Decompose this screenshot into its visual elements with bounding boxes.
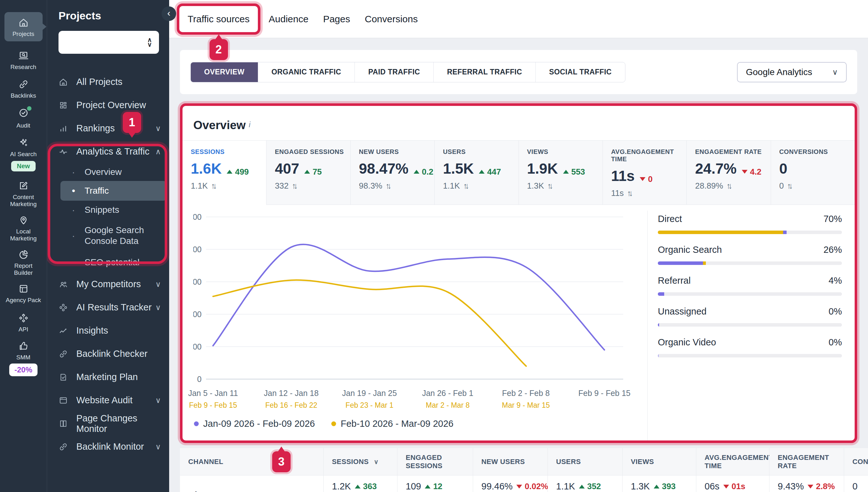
rail-item-ai-search[interactable]: AI Search New bbox=[4, 138, 43, 171]
sidebar-item-seo-potential[interactable]: · SEO potential bbox=[47, 252, 169, 273]
sidebar-item-rankings[interactable]: Rankings ∨ bbox=[47, 117, 169, 140]
rail-item-audit[interactable]: Audit bbox=[4, 107, 43, 129]
sidebar-item-marketing-plan[interactable]: Marketing Plan bbox=[47, 365, 169, 389]
subtab-social-traffic[interactable]: SOCIAL TRAFFIC bbox=[535, 62, 625, 82]
cell-sessions: 1.2K363 793↑↓ bbox=[324, 475, 398, 492]
metric-new-users[interactable]: NEW USERS 98.47% 0.2 98.3%↑↓ bbox=[351, 141, 435, 205]
column-header-engaged-sessions[interactable]: ENGAGED SESSIONS bbox=[398, 448, 473, 475]
trend-triangle-icon bbox=[479, 170, 485, 174]
metric-conversions[interactable]: CONVERSIONS 0 0↑↓ bbox=[771, 141, 854, 205]
chevron-down-icon: ∨ bbox=[155, 124, 161, 133]
chart-legend: Jan-09 2026 - Feb-09 2026 Feb-10 2026 - … bbox=[194, 419, 638, 429]
trend-triangle-icon bbox=[563, 170, 569, 174]
bullet-icon: · bbox=[72, 167, 84, 177]
metric-engagement-rate[interactable]: ENGAGEMENT RATE 24.7% 4.2 28.89%↑↓ bbox=[687, 141, 771, 205]
rail-item-projects[interactable]: Projects bbox=[4, 12, 43, 41]
rail-item-report-builder[interactable]: Report Builder bbox=[4, 249, 43, 276]
table-row-direct-channel[interactable]: Direct bbox=[180, 475, 324, 492]
project-selector[interactable]: ∧∨ bbox=[58, 31, 159, 54]
main-content: ‹ Traffic sources 2 Audience Pages Conve… bbox=[169, 0, 868, 492]
tab-traffic-sources[interactable]: Traffic sources bbox=[187, 14, 250, 24]
column-header-new-users[interactable]: NEW USERS bbox=[473, 448, 548, 475]
clover-icon bbox=[58, 303, 68, 312]
trend-triangle-icon bbox=[723, 485, 729, 489]
metric-sessions[interactable]: SESSIONS 1.6K 499 1.1K↑↓ bbox=[182, 141, 266, 205]
map-pin-icon bbox=[18, 215, 29, 225]
chevron-down-icon: ∨ bbox=[155, 442, 161, 451]
info-icon[interactable]: i bbox=[249, 121, 251, 129]
compare-arrows-icon: ↑↓ bbox=[292, 181, 296, 191]
rail-item-smm[interactable]: SMM -20% bbox=[4, 341, 43, 376]
trend-triangle-icon bbox=[640, 177, 645, 181]
metric-avg-engagement-time[interactable]: AVG.ENGAGEMENT TIME 11s 0 11s↑↓ bbox=[603, 141, 687, 205]
column-header-avg-engagement-time[interactable]: AVG.ENGAGEMENT TIME bbox=[696, 448, 769, 475]
rail-item-research[interactable]: Research bbox=[4, 50, 43, 71]
sidebar-item-google-search-console-data[interactable]: · Google Search Console Data bbox=[47, 219, 169, 252]
sidebar-item-traffic[interactable]: • Traffic bbox=[60, 181, 167, 201]
box-icon bbox=[18, 284, 29, 294]
chart-section: 0100200300400500 Jan 5 - Jan 11Feb 9 - F… bbox=[182, 205, 854, 441]
subtab-organic-traffic[interactable]: ORGANIC TRAFFIC bbox=[258, 62, 355, 82]
tab-conversions[interactable]: Conversions bbox=[365, 14, 418, 24]
channel-row-unassigned[interactable]: Unassigned0% bbox=[658, 306, 842, 327]
chain-icon bbox=[58, 442, 68, 451]
metric-engaged-sessions[interactable]: ENGAGED SESSIONS 407 75 332↑↓ bbox=[266, 141, 350, 205]
sessions-trend-chart[interactable]: 0100200300400500 bbox=[193, 211, 635, 389]
sidebar-item-ai-results-tracker[interactable]: AI Results Tracker ∨ bbox=[47, 296, 169, 319]
sidebar-item-project-overview[interactable]: Project Overview bbox=[47, 94, 169, 117]
channel-row-organic-search[interactable]: Organic Search26% bbox=[658, 245, 842, 265]
analytics-traffic-page: Projects Research Backlinks Audit AI Sea… bbox=[0, 0, 868, 492]
sidebar-item-page-changes-monitor[interactable]: Page Changes Monitor bbox=[47, 412, 169, 435]
link-icon bbox=[58, 349, 68, 359]
column-header-sessions[interactable]: SESSIONS∨ bbox=[324, 448, 398, 475]
tab-pages[interactable]: Pages bbox=[323, 14, 350, 24]
legend-compare-period[interactable]: Feb-10 2026 - Mar-09 2026 bbox=[331, 419, 453, 429]
column-header-views[interactable]: VIEWS bbox=[622, 448, 696, 475]
channel-row-referral[interactable]: Referral4% bbox=[658, 275, 842, 296]
sidebar-item-snippets[interactable]: · Snippets bbox=[47, 201, 169, 219]
icon-rail: Projects Research Backlinks Audit AI Sea… bbox=[0, 0, 47, 492]
data-source-value: Google Analytics bbox=[746, 67, 812, 77]
column-header-conversions[interactable]: CONVERSIONS bbox=[844, 448, 868, 475]
sidebar-item-website-audit[interactable]: Website Audit ∨ bbox=[47, 389, 169, 412]
sort-chevron-icon[interactable]: ∨ bbox=[374, 457, 379, 466]
rail-item-backlinks[interactable]: Backlinks bbox=[4, 79, 43, 99]
channel-row-organic-video[interactable]: Organic Video0% bbox=[658, 337, 842, 358]
sidebar-item-backlink-monitor[interactable]: Backlink Monitor ∨ bbox=[47, 435, 169, 458]
sessions-trend-area: 0100200300400500 Jan 5 - Jan 11Feb 9 - F… bbox=[193, 211, 638, 441]
sidebar-item-analytics-traffic[interactable]: Analytics & Traffic ∧ bbox=[47, 140, 169, 163]
column-header-users[interactable]: USERS bbox=[548, 448, 622, 475]
sidebar-item-backlink-checker[interactable]: Backlink Checker bbox=[47, 342, 169, 365]
rail-item-content-marketing[interactable]: Content Marketing bbox=[4, 180, 43, 208]
trend-triangle-icon bbox=[414, 170, 419, 174]
sidebar: Projects ∧∨ All Projects Project Overvie… bbox=[47, 0, 169, 492]
data-source-select[interactable]: Google Analytics ∨ bbox=[737, 62, 847, 82]
compare-arrows-icon: ↑↓ bbox=[385, 181, 389, 191]
rail-item-agency-pack[interactable]: Agency Pack bbox=[4, 284, 43, 304]
svg-text:200: 200 bbox=[193, 310, 202, 319]
sidebar-collapse-button[interactable]: ‹ bbox=[161, 6, 176, 21]
overview-header: Overviewi bbox=[182, 106, 854, 132]
subtab-referral-traffic[interactable]: REFERRAL TRAFFIC bbox=[433, 62, 535, 82]
sidebar-item-my-competitors[interactable]: My Competitors ∨ bbox=[47, 273, 169, 296]
chevron-down-icon: ∨ bbox=[155, 303, 161, 312]
metric-users[interactable]: USERS 1.5K 447 1.1K↑↓ bbox=[435, 141, 518, 205]
annotation-badge-3: 3 bbox=[272, 451, 290, 472]
channel-row-direct[interactable]: Direct70% bbox=[658, 214, 842, 234]
sidebar-item-all-projects[interactable]: All Projects bbox=[47, 70, 169, 94]
sidebar-item-insights[interactable]: Insights bbox=[47, 319, 169, 342]
compare-arrows-icon: ↑↓ bbox=[627, 188, 631, 198]
tab-audience[interactable]: Audience bbox=[269, 14, 308, 24]
column-header-channel[interactable]: CHANNEL 3 bbox=[180, 448, 324, 475]
subtab-overview[interactable]: OVERVIEW bbox=[191, 62, 258, 82]
channel-share-panel: Direct70% Organic Search26% Referral4% bbox=[647, 211, 854, 441]
pie-chart-icon bbox=[18, 249, 29, 260]
subtab-paid-traffic[interactable]: PAID TRAFFIC bbox=[355, 62, 433, 82]
rail-item-api[interactable]: API bbox=[4, 313, 43, 333]
sidebar-item-overview[interactable]: · Overview bbox=[47, 163, 169, 181]
annotation-badge-1: 1 bbox=[123, 112, 141, 133]
rail-item-local-marketing[interactable]: Local Marketing bbox=[4, 215, 43, 242]
metric-views[interactable]: VIEWS 1.9K 553 1.3K↑↓ bbox=[519, 141, 603, 205]
legend-current-period[interactable]: Jan-09 2026 - Feb-09 2026 bbox=[194, 419, 315, 429]
column-header-engagement-rate[interactable]: ENGAGEMENT RATE bbox=[769, 448, 844, 475]
